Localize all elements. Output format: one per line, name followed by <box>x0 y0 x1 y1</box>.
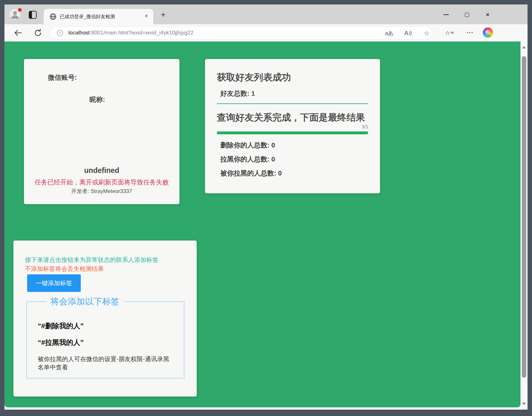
wechat-account-label: 微信账号: <box>48 73 77 82</box>
read-aloud-icon[interactable]: A <box>402 29 414 37</box>
favorite-star-icon[interactable]: ☆ <box>421 29 432 37</box>
url-host: localhost <box>68 30 90 36</box>
blacklist-note: 被你拉黑的人可在微信的设置-朋友权限-通讯录黑名单中查看 <box>38 355 173 372</box>
fetch-success-title: 获取好友列表成功 <box>217 71 291 84</box>
undefined-value: undefined <box>24 166 179 175</box>
progress-bar <box>217 131 368 134</box>
tag-deleted-me: “#删除我的人” <box>38 321 178 331</box>
browser-tab[interactable]: 已成功登录_微信好友检测 ✕ <box>44 9 153 24</box>
tag-list-legend: 将会添加以下标签 <box>47 296 123 307</box>
copilot-icon[interactable] <box>483 27 493 38</box>
deleted-count-text: 删除你的人总数: 0 <box>220 141 275 150</box>
developer-credit: 开发者: StrayMeteor3337 <box>24 188 179 195</box>
browser-titlebar: 已成功登录_微信好友检测 ✕ + ✕ <box>4 4 528 24</box>
tag-list-fieldset: 将会添加以下标签 “#删除我的人” “#拉黑我的人” 被你拉黑的人可在微信的设置… <box>27 296 184 378</box>
blocked-you-count-text: 拉黑你的人总数: 0 <box>220 155 275 164</box>
tab-title: 已成功登录_微信好友检测 <box>60 14 115 20</box>
friend-total-text: 好友总数: 1 <box>220 89 255 98</box>
minimize-icon <box>444 14 449 15</box>
account-card: 微信账号: 昵称: undefined 任务已经开始，离开或刷新页面将导致任务失… <box>24 59 179 204</box>
tag-instruction-orange: 不添加标签将会丢失检测结果 <box>25 265 104 273</box>
notification-dot <box>18 8 22 12</box>
translate-icon[interactable]: aあ <box>382 29 397 37</box>
back-arrow-icon <box>13 28 23 38</box>
favorites-bar-icon[interactable]: ☆ <box>444 28 455 38</box>
address-bar[interactable]: i localhost:8001/main.html?wxid=wxid_i4y… <box>49 26 433 40</box>
site-info-icon[interactable]: i <box>57 30 63 36</box>
favorites-lines <box>451 32 454 34</box>
tab-close-icon[interactable]: ✕ <box>144 13 148 19</box>
refresh-button[interactable] <box>33 28 43 38</box>
back-button[interactable] <box>13 28 23 38</box>
progress-label: 1/1 <box>217 124 368 129</box>
new-tab-button[interactable]: + <box>158 10 168 20</box>
url-text: localhost:8001/main.html?wxid=wxid_i4yk1… <box>68 30 194 36</box>
task-warning-text: 任务已经开始，离开或刷新页面将导致任务失败 <box>24 178 179 187</box>
scrollbar-thumb[interactable] <box>522 56 526 378</box>
scroll-down-icon[interactable] <box>522 403 526 405</box>
globe-icon <box>49 13 57 20</box>
you-blocked-count-text: 被你拉黑的人总数: 0 <box>220 169 282 178</box>
workspaces-icon-pane <box>29 11 32 18</box>
browser-toolbar: i localhost:8001/main.html?wxid=wxid_i4y… <box>4 24 528 41</box>
workspaces-icon[interactable] <box>29 11 37 19</box>
page-viewport: 微信账号: 昵称: undefined 任务已经开始，离开或刷新页面将导致任务失… <box>4 41 528 410</box>
refresh-icon <box>33 28 43 38</box>
browser-window: 已成功登录_微信好友检测 ✕ + ✕ <box>0 0 532 416</box>
tag-instruction-teal: 接下来请点击按钮来为异常状态的联系人添加标签 <box>25 256 158 264</box>
result-card: 获取好友列表成功 好友总数: 1 查询好友关系完成，下面是最终结果 1/1 删除… <box>205 59 380 193</box>
nickname-label: 昵称: <box>89 95 105 104</box>
tag-blocked-me: “#拉黑我的人” <box>38 338 178 347</box>
maximize-icon <box>465 13 469 17</box>
url-path: :8001/main.html?wxid=wxid_i4yk10jjhjyg22 <box>90 30 194 36</box>
sound-waves-icon <box>409 30 412 36</box>
add-tags-button[interactable]: 一键添加标签 <box>27 274 81 292</box>
maximize-button[interactable] <box>460 9 474 20</box>
minimize-button[interactable] <box>439 9 453 20</box>
query-complete-title: 查询好友关系完成，下面是最终结果 <box>217 111 365 124</box>
vertical-scrollbar[interactable] <box>521 41 528 410</box>
scroll-up-icon[interactable] <box>522 46 526 48</box>
tag-card: 接下来请点击按钮来为异常状态的联系人添加标签 不添加标签将会丢失检测结果 一键添… <box>13 241 197 397</box>
close-window-button[interactable]: ✕ <box>481 9 494 20</box>
teal-divider <box>217 103 368 104</box>
page-background: 微信账号: 昵称: undefined 任务已经开始，离开或刷新页面将导致任务失… <box>4 41 521 407</box>
more-options-icon[interactable]: ··· <box>464 28 476 38</box>
